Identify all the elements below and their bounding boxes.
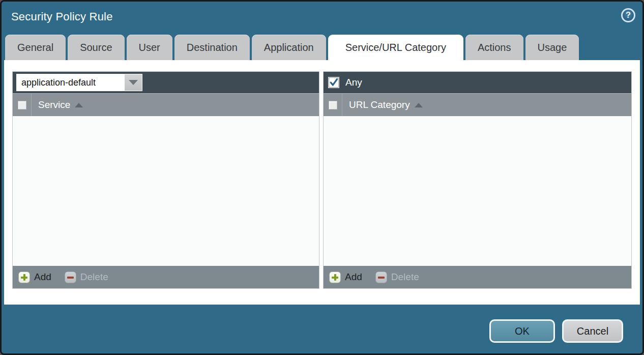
url-category-table-body[interactable] — [324, 116, 631, 266]
url-category-delete-button[interactable]: Delete — [375, 271, 419, 283]
plus-icon — [18, 271, 30, 283]
check-icon — [329, 77, 338, 88]
tab-source[interactable]: Source — [68, 35, 124, 60]
url-category-column-header[interactable]: URL Category — [349, 99, 410, 111]
service-type-combobox — [16, 74, 142, 91]
service-panel-footer: Add Delete — [13, 266, 319, 288]
url-category-add-button[interactable]: Add — [329, 271, 362, 283]
url-category-panel-topbar: Any — [324, 72, 631, 93]
security-policy-rule-dialog: Security Policy Rule ? General Source Us… — [0, 0, 644, 355]
service-add-button[interactable]: Add — [18, 271, 51, 283]
tab-actions[interactable]: Actions — [465, 35, 523, 60]
url-category-panel: Any URL Category Add Delete — [323, 71, 632, 289]
service-table-header: Service — [13, 93, 319, 116]
tab-application[interactable]: Application — [252, 35, 326, 60]
service-panel: Service Add Delete — [12, 71, 319, 289]
service-type-dropdown-button[interactable] — [124, 74, 142, 91]
tab-usage[interactable]: Usage — [525, 35, 579, 60]
any-checkbox-row: Any — [327, 77, 362, 88]
tab-bar: General Source User Destination Applicat… — [5, 35, 579, 60]
add-button-label: Add — [34, 271, 51, 283]
minus-icon — [375, 271, 387, 283]
tab-destination[interactable]: Destination — [174, 35, 250, 60]
delete-button-label: Delete — [80, 271, 108, 283]
add-button-label: Add — [345, 271, 362, 283]
plus-icon — [329, 271, 341, 283]
help-icon[interactable]: ? — [621, 8, 635, 22]
service-select-all-checkbox[interactable] — [18, 101, 26, 110]
tab-user[interactable]: User — [127, 35, 172, 60]
sort-ascending-icon — [75, 103, 83, 107]
any-checkbox[interactable] — [329, 77, 339, 88]
service-table-body[interactable] — [13, 116, 319, 266]
chevron-down-icon — [129, 80, 138, 85]
sort-ascending-icon — [415, 103, 423, 107]
service-panel-topbar — [13, 72, 319, 93]
ok-button[interactable]: OK — [489, 319, 555, 343]
tab-content-service-url-category: Service Add Delete — [4, 60, 640, 305]
service-delete-button[interactable]: Delete — [65, 271, 108, 283]
url-category-table-header: URL Category — [324, 93, 631, 116]
column-separator — [342, 94, 342, 116]
url-category-panel-footer: Add Delete — [324, 266, 631, 288]
cancel-button[interactable]: Cancel — [562, 319, 623, 343]
minus-icon — [65, 271, 76, 283]
tab-service-url-category[interactable]: Service/URL Category — [328, 35, 463, 60]
service-column-header[interactable]: Service — [38, 99, 70, 111]
dialog-title: Security Policy Rule — [11, 10, 113, 23]
url-category-select-all-checkbox[interactable] — [329, 101, 337, 110]
service-type-input[interactable] — [16, 74, 124, 91]
any-checkbox-label: Any — [345, 77, 362, 88]
delete-button-label: Delete — [391, 271, 419, 283]
tab-general[interactable]: General — [5, 35, 66, 60]
dialog-titlebar: Security Policy Rule ? — [2, 2, 642, 33]
column-separator — [31, 94, 32, 116]
